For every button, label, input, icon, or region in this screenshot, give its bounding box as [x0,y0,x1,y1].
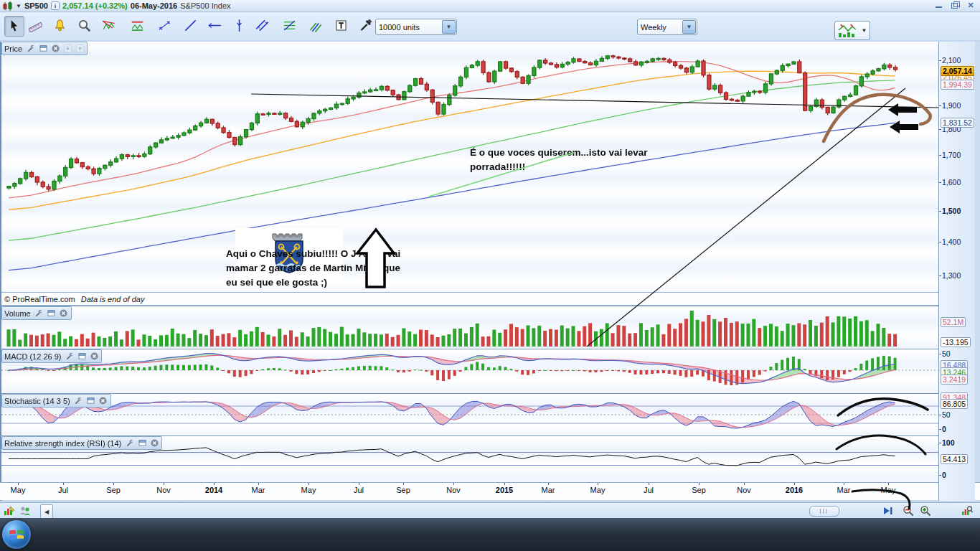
move-up-icon[interactable] [75,44,85,54]
chart-display-caret[interactable]: ▼ [859,21,870,40]
vertical-line-tool[interactable] [230,16,248,35]
zoom-tool[interactable] [75,16,93,35]
indicator-chart-icon [838,24,857,38]
pointer-tool[interactable] [4,16,24,37]
scroll-left-button[interactable]: ◀ [40,504,53,519]
horizontal-line-tool[interactable] [205,16,224,35]
timeframe-dropdown-caret[interactable]: ▼ [682,20,696,34]
chart-list-icon[interactable] [2,504,17,517]
symbol-label: SP500 [24,1,48,10]
time-axis-label: Sep [106,486,121,494]
symbol-dropdown-caret[interactable]: ▼ [16,3,22,9]
zoom-in-icon[interactable] [918,504,933,517]
units-dropdown-caret[interactable]: ▼ [442,20,456,34]
volume-panel-header: Volume [1,306,72,320]
info-icon[interactable]: i [51,1,60,10]
rsi-panel-label: Relative strength index (RSI) (14) [4,439,123,448]
trendline-tool[interactable] [181,16,199,35]
pitchfork-tool[interactable] [306,16,324,35]
window-right-strip [974,42,980,482]
detach-window-icon[interactable] [77,352,87,362]
chart-display-button[interactable] [834,21,860,40]
time-axis-label: Nov [156,486,171,494]
parallel-lines-tool[interactable] [253,16,271,35]
candlestick-symbol-icon [3,1,13,11]
zoom-out-icon[interactable] [901,504,915,517]
wrench-icon[interactable] [74,396,84,406]
time-axis-label: 2016 [786,486,803,494]
restore-button[interactable] [950,1,960,9]
price-panel-header: Price [1,42,88,55]
close-button[interactable]: ✕ [966,1,976,9]
detach-window-icon[interactable] [86,396,96,406]
time-axis-label: Jul [354,486,364,494]
rsi-value-badge: 54.413 [941,454,968,464]
segment-tool[interactable] [155,16,174,35]
macd-chart-canvas[interactable] [1,349,938,393]
close-icon[interactable] [98,396,108,406]
volume-chart-canvas[interactable] [1,306,938,349]
detach-window-icon[interactable] [137,438,147,448]
chart-bottom-toolbar: ◀ [0,502,980,519]
macd-panel-header: MACD (12 26 9) [1,349,102,363]
close-icon[interactable] [89,352,99,362]
detach-window-icon[interactable] [38,44,48,54]
session-date: 06-May-2016 [131,1,177,10]
wrench-icon[interactable] [26,44,36,54]
price-axis-tick: 1,700 [942,151,961,159]
channel-detector-tool[interactable] [128,16,146,35]
wrench-icon[interactable] [34,309,44,319]
last-price-badge: 2,057.14 [941,66,974,76]
wrench-icon[interactable] [65,352,75,362]
stochastic-chart-canvas[interactable] [1,393,938,435]
time-axis: MayJulSepNov2014MarMayJulSepNov2015MarMa… [0,482,938,500]
time-scrollbar-thumb[interactable] [809,506,839,517]
time-axis-label: 2014 [205,486,222,494]
alert-tool[interactable] [50,16,69,35]
price-axis-tick: 2,100 [942,56,961,65]
drawing-options-tool[interactable] [356,16,374,35]
annotation-text-2: Aqui o Chaves subiu!!!!! O J Alves vai m… [226,247,400,290]
index-name: S&P500 Index [180,1,230,10]
title-bar: ▼ SP500 i 2,057.14 (+0.32%) 06-May-2016 … [0,0,980,12]
text-tool[interactable] [331,16,350,35]
close-icon[interactable] [149,438,159,448]
price-axis-tick: 100 [942,438,955,447]
move-down-icon[interactable] [62,44,72,54]
ma-verylong-value-badge: 1,831.52 [941,118,974,128]
chart-area: © ProRealTime.com Data is end of day Pri… [0,40,980,502]
close-icon[interactable] [50,44,60,54]
time-axis-label: May [881,486,896,494]
macd-panel-label: MACD (12 26 9) [4,352,62,361]
go-last-icon[interactable] [881,504,895,517]
price-axis-tick: 1,300 [942,271,961,280]
rsi-panel-header: Relative strength index (RSI) (14) [1,436,162,450]
close-icon[interactable] [59,309,69,319]
copyright-text: © ProRealTime.com [4,295,75,303]
ruler-tool[interactable] [26,16,44,35]
price-axis-tick: 1,900 [942,101,961,110]
time-axis-label: Nov [446,486,461,494]
timeframe-dropdown[interactable]: Weekly ▼ [637,19,697,35]
units-dropdown[interactable]: 10000 units ▼ [375,19,457,35]
timeframe-dropdown-value: Weekly [638,23,682,32]
data-note: Data is end of day [81,295,145,303]
time-axis-label: Mar [252,486,265,494]
time-axis-label: May [590,486,606,494]
contacts-icon[interactable] [18,504,32,517]
time-axis-label: Mar [837,486,851,494]
stochastic-d-badge: 86.805 [941,399,968,409]
fibonacci-tool[interactable] [280,16,298,35]
volume-panel-label: Volume [4,309,32,318]
pattern-detector-tool[interactable] [99,16,118,35]
detach-window-icon[interactable] [47,309,57,319]
zoom-fit-icon[interactable] [960,504,974,517]
time-axis-label: 2015 [496,486,513,494]
volume-last-badge: 52.1M [941,317,966,327]
price-axis-tick: 50 [942,410,951,419]
minimize-button[interactable] [934,1,944,9]
price-axis-tick: 1,400 [942,237,961,246]
start-button[interactable] [2,520,31,549]
wrench-icon[interactable] [125,438,135,448]
macd-histogram-badge: 3.2419 [941,375,968,385]
